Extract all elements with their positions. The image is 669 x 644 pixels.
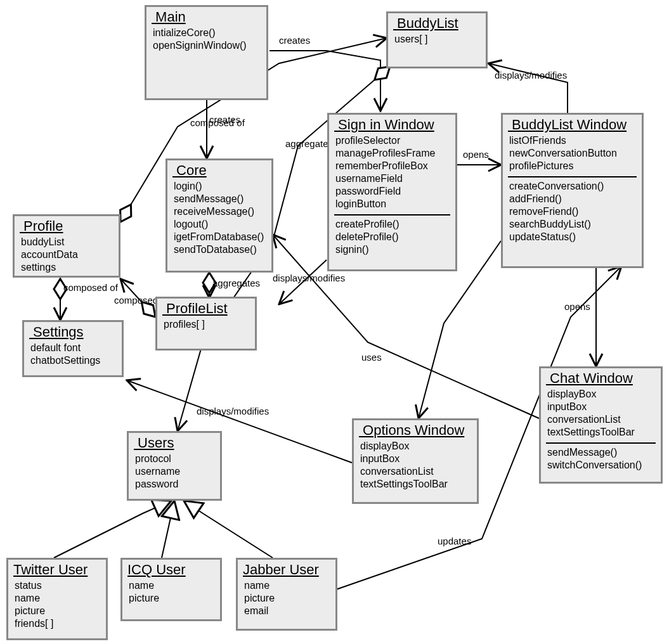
attr: logout() [174, 218, 266, 231]
class-users: Users protocol username password [127, 431, 222, 501]
op: updateStatus() [509, 231, 637, 243]
class-title: ICQ User [122, 560, 220, 578]
attr: displayBox [547, 388, 656, 401]
class-attrs: name picture [122, 578, 220, 607]
class-attrs: listOfFriends newConversationButton prof… [503, 133, 642, 175]
class-profilelist: ProfileList profiles[ ] [155, 297, 257, 351]
class-title: Profile [15, 216, 119, 235]
attr: inputBox [360, 453, 472, 465]
attr: sendToDatabase() [174, 243, 266, 256]
attr: chatbotSettings [30, 354, 117, 367]
class-ops: createProfile() deleteProfile() signin() [329, 217, 455, 259]
attr: displayBox [360, 440, 472, 453]
class-attrs: default font chatbotSettings [24, 340, 122, 370]
class-main: Main intializeCore() openSigninWindow() [145, 5, 268, 100]
op: removeFriend() [509, 205, 637, 218]
attr: rememberProfileBox [335, 160, 450, 172]
class-attrs: name picture email [238, 578, 335, 620]
attr: profiles[ ] [164, 318, 250, 331]
attr: name [244, 579, 330, 592]
attr: textSettingsToolBar [547, 426, 656, 439]
class-icq-user: ICQ User name picture [120, 558, 222, 621]
attr: password [135, 478, 215, 491]
op: signin() [335, 243, 450, 256]
label-aggregates-core: aggregates [212, 278, 260, 288]
class-title: BuddyList Window [503, 115, 642, 133]
class-title: Main [146, 7, 266, 25]
class-attrs: intializeCore() openSigninWindow() [146, 25, 266, 55]
op: deleteProfile() [335, 231, 450, 243]
class-attrs: users[ ] [388, 32, 486, 48]
class-attrs: login() sendMessage() receiveMessage() l… [167, 179, 271, 259]
label-displays-buddylist: displays/modifies [495, 70, 567, 80]
attr: conversationList [547, 413, 656, 426]
attr: default font [30, 342, 117, 354]
attr: intializeCore() [153, 27, 261, 39]
attr: newConversationButton [509, 147, 637, 160]
op: createProfile() [335, 218, 450, 231]
attr: users[ ] [394, 33, 481, 46]
class-core: Core login() sendMessage() receiveMessag… [166, 158, 273, 273]
label-aggregates-buddylist: aggregates [285, 138, 333, 149]
label-opens-buddylistwin: opens [463, 149, 489, 160]
label-updates: updates [438, 536, 471, 546]
attr: friends[ ] [15, 617, 101, 630]
attr: conversationList [360, 465, 472, 478]
label-uses: uses [361, 352, 382, 363]
class-attrs: displayBox inputBox conversationList tex… [354, 439, 477, 493]
attr: username [135, 465, 215, 478]
class-options-window: Options Window displayBox inputBox conve… [352, 418, 479, 504]
attr: protocol [135, 453, 215, 465]
label-creates-signin: creates [279, 35, 310, 46]
attr: usernameField [335, 172, 450, 185]
attr: receiveMessage() [174, 205, 266, 218]
class-settings: Settings default font chatbotSettings [22, 320, 124, 377]
class-attrs: buddyList accountData settings [15, 235, 119, 276]
label-displays-profilelist: displays/modifies [273, 273, 345, 283]
class-attrs: profileSelector manageProfilesFrame reme… [329, 133, 455, 213]
class-twitter-user: Twitter User status name picture friends… [6, 558, 108, 640]
op: createConversation() [509, 180, 637, 193]
class-title: Users [129, 433, 220, 451]
op: searchBuddyList() [509, 218, 637, 231]
attr: textSettingsToolBar [360, 478, 472, 491]
label-composed-settings: composed of [63, 282, 118, 293]
attr: profileSelector [335, 134, 450, 147]
attr: login() [174, 180, 266, 193]
class-title: Sign in Window [329, 115, 455, 133]
attr: passwordField [335, 185, 450, 198]
attr: settings [21, 261, 114, 274]
class-title: Settings [24, 322, 122, 340]
class-buddylist: BuddyList users[ ] [386, 11, 488, 68]
attr: inputBox [547, 401, 656, 413]
class-buddylist-window: BuddyList Window listOfFriends newConver… [501, 113, 644, 268]
class-chat-window: Chat Window displayBox inputBox conversa… [539, 366, 663, 484]
attr: picture [15, 605, 101, 617]
attr: igetFromDatabase() [174, 231, 266, 243]
op: addFriend() [509, 193, 637, 205]
attr: email [244, 605, 330, 617]
class-attrs: protocol username password [129, 451, 220, 493]
attr: name [15, 592, 101, 605]
class-ops: sendMessage() switchConversation() [541, 445, 661, 474]
class-title: BuddyList [388, 13, 486, 32]
class-ops: createConversation() addFriend() removeF… [503, 179, 642, 246]
class-title: Options Window [354, 420, 477, 439]
attr: accountData [21, 248, 114, 261]
label-composed-buddylist: composed of [190, 117, 245, 128]
attr: listOfFriends [509, 134, 637, 147]
label-opens-chat: opens [564, 301, 590, 312]
uml-diagram-canvas: creates creates composed of composed of … [0, 0, 669, 644]
class-signin-window: Sign in Window profileSelector managePro… [327, 113, 457, 271]
op: sendMessage() [547, 446, 656, 459]
label-displays-settings: displays/modifies [197, 406, 269, 416]
op: switchConversation() [547, 459, 656, 472]
class-title: ProfileList [157, 299, 255, 317]
class-title: Chat Window [541, 368, 661, 387]
attr: manageProfilesFrame [335, 147, 450, 160]
class-attrs: profiles[ ] [157, 317, 255, 333]
attr: openSigninWindow() [153, 39, 261, 52]
class-title: Jabber User [238, 560, 335, 578]
class-title: Core [167, 160, 271, 179]
class-title: Twitter User [8, 560, 106, 578]
